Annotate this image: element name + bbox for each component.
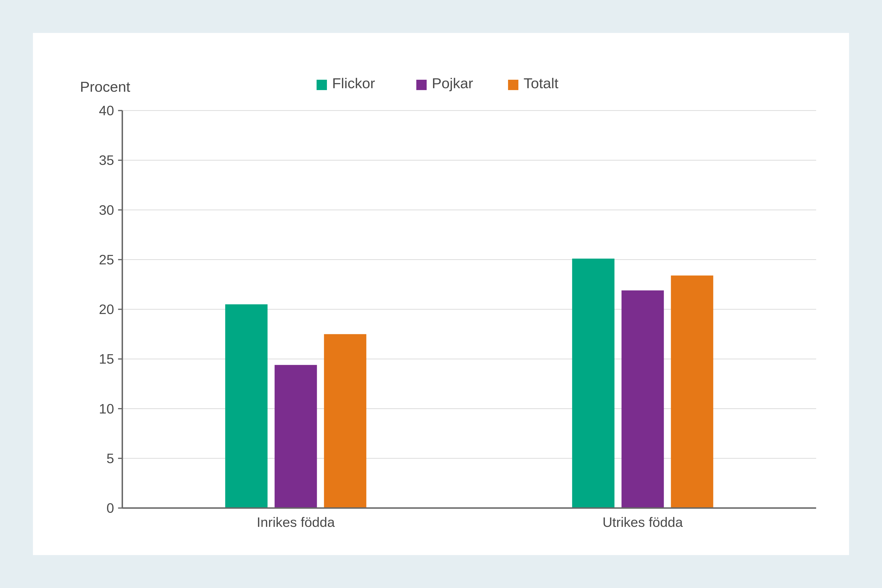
y-tick-label: 0 bbox=[106, 500, 114, 516]
y-tick-label: 35 bbox=[99, 152, 114, 168]
legend-label: Totalt bbox=[524, 75, 558, 91]
y-tick-label: 40 bbox=[99, 103, 114, 118]
legend-label: Pojkar bbox=[432, 75, 473, 91]
y-tick-label: 10 bbox=[99, 401, 114, 416]
chart-svg: Inrikes föddaUtrikes födda05101520253035… bbox=[33, 33, 849, 555]
legend-label: Flickor bbox=[332, 75, 375, 91]
y-tick-label: 20 bbox=[99, 302, 114, 317]
legend-swatch bbox=[316, 80, 327, 90]
bar bbox=[671, 275, 713, 508]
bar bbox=[275, 365, 317, 508]
x-tick-label: Utrikes födda bbox=[603, 514, 683, 530]
y-tick-label: 25 bbox=[99, 252, 114, 267]
page-background: Inrikes föddaUtrikes födda05101520253035… bbox=[0, 0, 882, 588]
y-tick-label: 30 bbox=[99, 202, 114, 218]
x-tick-label: Inrikes födda bbox=[256, 514, 335, 530]
bar bbox=[225, 304, 268, 508]
y-axis-title: Procent bbox=[80, 78, 130, 95]
y-tick-label: 5 bbox=[106, 451, 114, 466]
bar bbox=[324, 334, 366, 508]
y-tick-label: 15 bbox=[99, 351, 114, 366]
bar bbox=[572, 259, 615, 508]
legend-swatch bbox=[508, 80, 518, 90]
chart-panel: Inrikes föddaUtrikes födda05101520253035… bbox=[33, 33, 849, 555]
bar bbox=[622, 291, 664, 508]
legend-swatch bbox=[416, 80, 427, 90]
